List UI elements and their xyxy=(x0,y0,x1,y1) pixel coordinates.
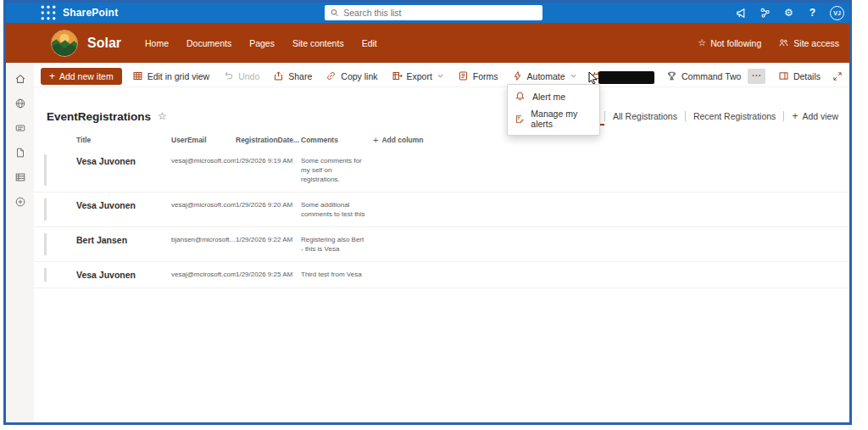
main-region: + Add new item Edit in grid view Undo xyxy=(6,63,849,422)
view-tab-recent-registrations[interactable]: Recent Registrations xyxy=(686,108,783,125)
nav-pages[interactable]: Pages xyxy=(249,38,275,48)
chevron-down-icon xyxy=(570,72,577,80)
app-launcher-waffle-icon[interactable] xyxy=(34,3,63,23)
cell-useremail: bjansen@microsoft... xyxy=(171,235,236,244)
plus-icon: + xyxy=(373,135,378,145)
menu-item-alert-me[interactable]: Alert me xyxy=(508,87,599,105)
cell-useremail: vesaj@mcirosoft.com xyxy=(171,270,236,279)
table-header-row: Title UserEmail RegistrationDate... Comm… xyxy=(34,131,849,148)
copy-link-button[interactable]: Copy link xyxy=(319,67,384,86)
home-icon[interactable] xyxy=(14,73,26,85)
chevron-down-icon xyxy=(437,72,444,80)
undo-button[interactable]: Undo xyxy=(216,67,266,86)
app-rail xyxy=(6,63,34,422)
site-header-actions: ☆ Not following Site access xyxy=(698,37,839,48)
cell-useremail: vesaj@microsoft.com xyxy=(171,200,236,209)
document-icon[interactable] xyxy=(14,147,26,159)
cell-comments: Third test from Vesa xyxy=(301,270,371,279)
site-nav: Home Documents Pages Site contents Edit xyxy=(145,38,377,48)
favorite-star-icon[interactable]: ☆ xyxy=(158,110,167,122)
cell-title[interactable]: Bert Jansen xyxy=(76,235,171,245)
column-header-comments[interactable]: Comments xyxy=(301,136,371,144)
app-window: SharePoint ⚙ ? VJ xyxy=(3,0,852,425)
site-logo[interactable] xyxy=(51,30,78,57)
help-icon[interactable]: ? xyxy=(806,7,819,20)
settings-gear-icon[interactable]: ⚙ xyxy=(782,7,795,20)
column-header-title[interactable]: Title xyxy=(76,136,171,144)
megaphone-icon[interactable] xyxy=(735,7,748,20)
cell-registrationdate: 1/29/2026 9:19 AM xyxy=(236,156,301,165)
view-tab-all-registrations[interactable]: All Registrations xyxy=(605,108,685,125)
edit-grid-view-button[interactable]: Edit in grid view xyxy=(125,67,217,86)
details-pane-icon xyxy=(778,70,789,81)
people-icon xyxy=(778,37,789,48)
command-two-button[interactable]: Command Two xyxy=(659,67,748,86)
site-title: Solar xyxy=(87,36,121,51)
nav-edit[interactable]: Edit xyxy=(362,38,377,48)
cell-useremail: vesaj@microsoft.com xyxy=(171,156,236,165)
menu-item-manage-my-alerts[interactable]: Manage my alerts xyxy=(508,105,599,132)
search-box[interactable] xyxy=(325,5,542,20)
share-icon xyxy=(273,70,284,81)
table-row[interactable]: Vesa Juvonen vesaj@microsoft.com 1/29/20… xyxy=(34,148,849,193)
cell-title[interactable]: Vesa Juvonen xyxy=(76,270,171,280)
command-bar: + Add new item Edit in grid view Undo xyxy=(34,65,849,87)
mouse-cursor xyxy=(588,71,599,84)
cell-title[interactable]: Vesa Juvonen xyxy=(76,156,171,166)
list-table: Title UserEmail RegistrationDate... Comm… xyxy=(34,131,849,288)
page-title: EventRegistrations xyxy=(47,110,151,123)
search-input[interactable] xyxy=(343,8,537,18)
automate-menu-button[interactable]: Automate xyxy=(505,67,584,86)
column-header-registrationdate[interactable]: RegistrationDate... xyxy=(236,136,301,144)
list-page: + Add new item Edit in grid view Undo xyxy=(34,63,849,422)
cell-title[interactable]: Vesa Juvonen xyxy=(76,200,171,210)
cell-registrationdate: 1/29/2026 9:22 AM xyxy=(236,235,301,244)
automate-icon xyxy=(512,70,523,81)
nav-home[interactable]: Home xyxy=(145,38,169,48)
manage-alerts-icon xyxy=(515,114,524,125)
table-row[interactable]: Vesa Juvonen vesaj@microsoft.com 1/29/20… xyxy=(34,193,849,227)
add-new-item-button[interactable]: + Add new item xyxy=(41,68,122,85)
list-icon[interactable] xyxy=(14,171,26,183)
export-menu-button[interactable]: Export xyxy=(385,67,451,86)
export-icon xyxy=(392,70,403,81)
plus-icon: + xyxy=(49,72,55,81)
share-button[interactable]: Share xyxy=(266,67,319,86)
star-icon: ☆ xyxy=(698,37,706,48)
expand-fullscreen-icon[interactable] xyxy=(832,71,843,81)
site-header: Solar Home Documents Pages Site contents… xyxy=(6,23,849,63)
create-icon[interactable] xyxy=(14,196,26,208)
brand-label: SharePoint xyxy=(63,7,118,19)
connector-icon[interactable] xyxy=(759,7,771,20)
overflow-ellipsis-button[interactable]: ... xyxy=(748,69,765,84)
nav-site-contents[interactable]: Site contents xyxy=(292,38,344,48)
link-icon xyxy=(326,70,337,81)
column-header-useremail[interactable]: UserEmail xyxy=(171,136,236,144)
grid-icon xyxy=(132,70,143,81)
nav-documents[interactable]: Documents xyxy=(186,38,231,48)
table-row[interactable]: Bert Jansen bjansen@microsoft... 1/29/20… xyxy=(34,227,849,262)
site-access-button[interactable]: Site access xyxy=(778,37,839,48)
overflow-context-menu: Alert me Manage my alerts xyxy=(507,84,600,136)
undo-icon xyxy=(223,70,234,81)
forms-button[interactable]: Forms xyxy=(451,67,505,86)
cell-comments: Some comments for my self on registratio… xyxy=(301,156,371,184)
add-column-button[interactable]: + Add column xyxy=(371,135,849,145)
follow-button[interactable]: ☆ Not following xyxy=(698,37,761,48)
list-title-row: EventRegistrations ☆ All Items All Regis… xyxy=(34,106,849,126)
trophy-icon xyxy=(666,70,677,81)
cell-comments: Some additional comments to test this xyxy=(301,200,371,219)
cell-registrationdate: 1/29/2026 9:20 AM xyxy=(236,200,301,209)
globe-icon[interactable] xyxy=(14,98,26,109)
search-icon xyxy=(330,8,339,18)
command-bar-right: Details xyxy=(778,67,844,86)
news-icon[interactable] xyxy=(14,122,26,134)
details-pane-button[interactable]: Details xyxy=(778,67,821,86)
add-view-button[interactable]: + Add view xyxy=(784,107,846,126)
user-avatar[interactable]: VJ xyxy=(830,6,844,20)
table-row[interactable]: Vesa Juvonen vesaj@mcirosoft.com 1/29/20… xyxy=(34,262,849,288)
plus-icon: + xyxy=(792,110,798,122)
cell-registrationdate: 1/29/2026 9:25 AM xyxy=(236,270,301,279)
redacted-area xyxy=(598,71,654,84)
bell-icon xyxy=(515,91,526,102)
